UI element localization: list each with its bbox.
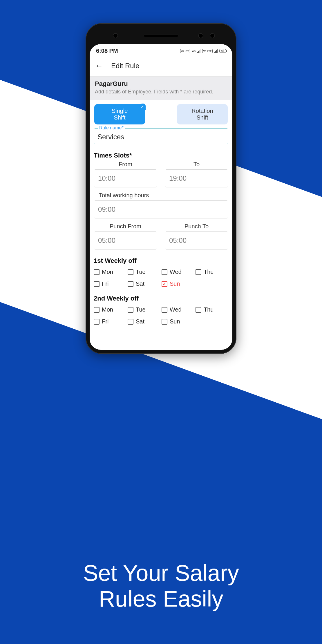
day-label: Mon [102, 306, 113, 313]
checkbox-icon: ✓ [162, 281, 167, 287]
promo-tagline: Set Your Salary Rules Easily [0, 560, 322, 612]
to-input[interactable] [165, 169, 228, 187]
tab-label: Rotation Shift [191, 108, 213, 121]
checkbox-icon [128, 281, 133, 287]
day-tue[interactable]: Tue [128, 269, 160, 275]
day-sun[interactable]: Sun [162, 318, 194, 325]
from-label: From [94, 161, 157, 168]
tab-label: Single Shift [112, 108, 128, 121]
brand-description: Add details of Employee. Fields with * a… [95, 89, 227, 95]
checkbox-icon [128, 319, 133, 325]
rule-name-legend: Rule name* [98, 125, 125, 131]
volte-icon: Vo LTE [180, 49, 191, 53]
signal-icon [197, 49, 200, 53]
checkbox-icon [196, 307, 201, 313]
punch-from-input[interactable] [94, 231, 157, 249]
brand-title: PagarGuru [95, 80, 227, 88]
punch-to-input[interactable] [165, 231, 228, 249]
day-label: Sat [136, 281, 144, 287]
day-label: Fri [102, 318, 108, 325]
network-icon: 4G [192, 50, 196, 53]
shift-tabs: ✓ Single Shift Rotation Shift [94, 100, 228, 127]
day-label: Thu [204, 306, 214, 313]
day-label: Fri [102, 281, 108, 287]
day-wed[interactable]: Wed [162, 269, 194, 275]
checkbox-icon [128, 269, 133, 275]
phone-screen: 6:08 PM Vo LTE 4G Vo LTE 42 ← Edit Rule … [90, 44, 232, 350]
battery-icon: 42 [219, 49, 226, 53]
status-bar: 6:08 PM Vo LTE 4G Vo LTE 42 [90, 44, 232, 56]
day-sat[interactable]: Sat [128, 318, 160, 325]
day-fri[interactable]: Fri [94, 281, 126, 287]
checkbox-icon [162, 307, 167, 313]
punch-from-label: Punch From [94, 223, 157, 230]
week1-title: 1st Weekly off [94, 257, 228, 265]
day-sat[interactable]: Sat [128, 281, 160, 287]
checkbox-icon [196, 269, 201, 275]
checkbox-icon [94, 307, 100, 313]
day-label: Sat [136, 318, 144, 325]
day-mon[interactable]: Mon [94, 269, 126, 275]
rule-name-input[interactable] [97, 133, 225, 141]
day-label: Tue [136, 269, 146, 275]
checkbox-icon [128, 307, 133, 313]
day-mon[interactable]: Mon [94, 306, 126, 313]
to-label: To [165, 161, 228, 168]
volte-icon: Vo LTE [202, 49, 213, 53]
day-label: Tue [136, 306, 146, 313]
page-title: Edit Rule [111, 62, 139, 70]
phone-notch [90, 27, 232, 44]
rule-name-field[interactable]: Rule name* [94, 129, 228, 144]
day-label: Thu [204, 269, 214, 275]
day-label: Sun [170, 281, 180, 287]
day-label: Sun [170, 318, 180, 325]
back-arrow-icon[interactable]: ← [95, 62, 103, 70]
checkbox-icon [162, 319, 167, 325]
week1-days: MonTueWedThuFriSat✓Sun [94, 269, 228, 287]
checkbox-icon [94, 319, 100, 325]
day-sun[interactable]: ✓Sun [162, 281, 194, 287]
checkbox-icon [162, 269, 167, 275]
day-label: Mon [102, 269, 113, 275]
checkbox-icon [94, 281, 100, 287]
week2-title: 2nd Weekly off [94, 295, 228, 302]
day-thu[interactable]: Thu [196, 306, 228, 313]
tab-rotation-shift[interactable]: Rotation Shift [177, 104, 228, 124]
day-fri[interactable]: Fri [94, 318, 126, 325]
phone-frame: 6:08 PM Vo LTE 4G Vo LTE 42 ← Edit Rule … [86, 23, 236, 354]
subheader: PagarGuru Add details of Employee. Field… [90, 77, 232, 100]
app-header: ← Edit Rule [90, 56, 232, 77]
timeslots-title: Times Slots* [94, 152, 228, 159]
status-time: 6:08 PM [96, 48, 118, 54]
check-icon: ✓ [139, 104, 146, 110]
status-icons: Vo LTE 4G Vo LTE 42 [180, 49, 226, 53]
day-label: Wed [170, 306, 182, 313]
checkbox-icon [94, 269, 100, 275]
day-tue[interactable]: Tue [128, 306, 160, 313]
day-label: Wed [170, 269, 182, 275]
twh-label: Total working hours [94, 192, 228, 199]
punch-to-label: Punch To [165, 223, 228, 230]
day-thu[interactable]: Thu [196, 269, 228, 275]
week2-days: MonTueWedThuFriSatSun [94, 306, 228, 325]
tab-single-shift[interactable]: ✓ Single Shift [94, 104, 145, 124]
from-input[interactable] [94, 169, 157, 187]
signal-icon [214, 49, 218, 53]
twh-input[interactable] [94, 200, 228, 218]
day-wed[interactable]: Wed [162, 306, 194, 313]
